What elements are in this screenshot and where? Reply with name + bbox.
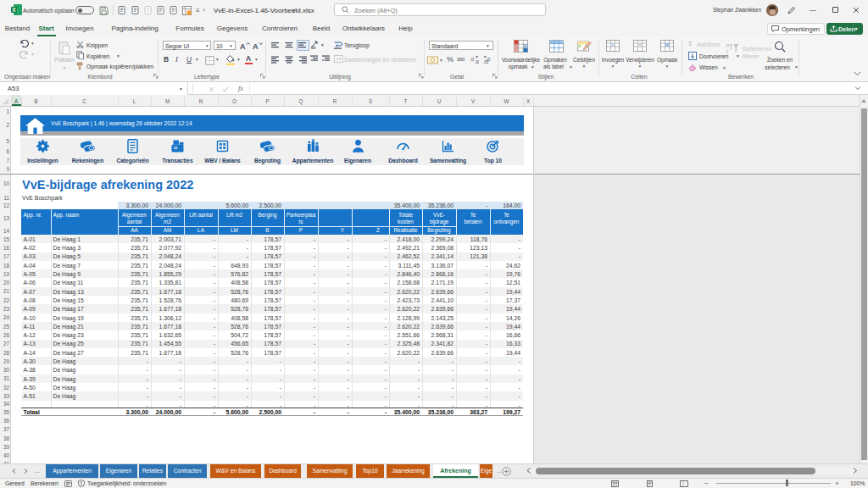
svg-text:ab: ab bbox=[311, 45, 316, 50]
svg-text:A: A bbox=[253, 42, 259, 50]
svg-text:.00: .00 bbox=[483, 60, 489, 64]
svg-text:A: A bbox=[726, 43, 729, 48]
svg-text:.00: .00 bbox=[475, 60, 479, 64]
svg-text:X: X bbox=[12, 7, 16, 13]
svg-text:Z: Z bbox=[726, 49, 729, 54]
svg-text:A: A bbox=[240, 42, 246, 50]
svg-text:.0: .0 bbox=[470, 57, 475, 62]
